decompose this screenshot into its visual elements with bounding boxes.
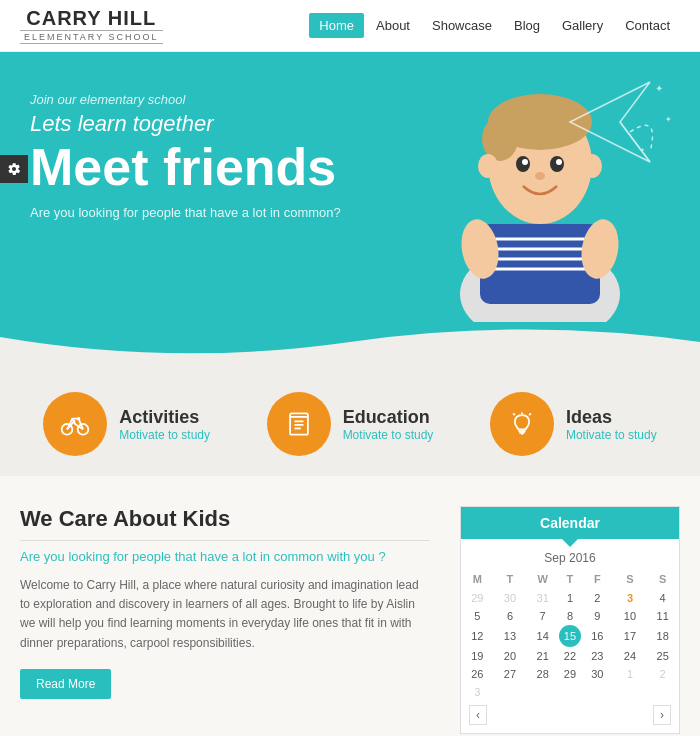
svg-text:✦: ✦: [655, 83, 663, 94]
header: CARRY HILL ELEMENTARY SCHOOL Home About …: [0, 0, 700, 52]
svg-point-21: [478, 154, 498, 178]
activities-text: Activities Motivate to study: [119, 407, 210, 442]
feature-activities: Activities Motivate to study: [43, 392, 210, 456]
cal-cell[interactable]: 29: [461, 589, 494, 607]
cal-cell[interactable]: 3: [461, 683, 494, 701]
hero-sub-text: Lets learn together: [30, 111, 410, 137]
cal-cell[interactable]: 28: [526, 665, 559, 683]
hero-content: Join our elementary school Lets learn to…: [30, 92, 410, 220]
cal-cell[interactable]: 30: [494, 589, 527, 607]
cal-day-w: W: [526, 569, 559, 589]
content-heading: We Care About Kids: [20, 506, 430, 541]
cal-day-f: F: [581, 569, 614, 589]
logo-subtitle: ELEMENTARY SCHOOL: [20, 30, 163, 44]
activities-subtitle: Motivate to study: [119, 428, 210, 442]
feature-ideas: Ideas Motivate to study: [490, 392, 657, 456]
cal-week-4: 19 20 21 22 23 24 25: [461, 647, 679, 665]
cal-cell[interactable]: 12: [461, 625, 494, 647]
cal-cell[interactable]: 1: [614, 665, 647, 683]
cal-cell[interactable]: 30: [581, 665, 614, 683]
cal-cell[interactable]: 11: [646, 607, 679, 625]
wave-divider: [0, 322, 700, 362]
main-nav: Home About Showcase Blog Gallery Contact: [309, 13, 680, 38]
svg-line-36: [513, 413, 515, 415]
nav-contact[interactable]: Contact: [615, 13, 680, 38]
cal-week-3: 12 13 14 15 16 17 18: [461, 625, 679, 647]
cal-cell[interactable]: 23: [581, 647, 614, 665]
svg-text:✦: ✦: [640, 147, 645, 153]
cal-cell[interactable]: 7: [526, 607, 559, 625]
cal-cell[interactable]: 9: [581, 607, 614, 625]
svg-text:✦: ✦: [665, 115, 672, 124]
cal-cell[interactable]: 2: [581, 589, 614, 607]
cal-cell[interactable]: 3: [614, 589, 647, 607]
cal-cell[interactable]: 29: [559, 665, 581, 683]
cal-cell[interactable]: 6: [494, 607, 527, 625]
cal-cell[interactable]: 25: [646, 647, 679, 665]
cal-week-1: 29 30 31 1 2 3 4: [461, 589, 679, 607]
nav-home[interactable]: Home: [309, 13, 364, 38]
content-section: We Care About Kids Are you looking for p…: [0, 476, 700, 736]
cal-cell[interactable]: 10: [614, 607, 647, 625]
nav-blog[interactable]: Blog: [504, 13, 550, 38]
svg-line-1: [620, 122, 650, 162]
calendar-prev-button[interactable]: ‹: [469, 705, 487, 725]
hero-doodle: ✦ ✦ ✦: [560, 72, 680, 176]
svg-point-25: [77, 417, 81, 421]
cal-cell[interactable]: 21: [526, 647, 559, 665]
hero-title: Meet friends: [30, 141, 410, 193]
education-text: Education Motivate to study: [343, 407, 434, 442]
logo: CARRY HILL ELEMENTARY SCHOOL: [20, 7, 163, 44]
cal-cell-today[interactable]: 15: [559, 625, 581, 647]
hero-description: Are you looking for people that have a l…: [30, 205, 410, 220]
cal-day-m: M: [461, 569, 494, 589]
cal-cell[interactable]: 19: [461, 647, 494, 665]
education-subtitle: Motivate to study: [343, 428, 434, 442]
cal-cell[interactable]: 17: [614, 625, 647, 647]
cal-cell[interactable]: 2: [646, 665, 679, 683]
cal-day-t2: T: [559, 569, 581, 589]
cal-cell[interactable]: 31: [526, 589, 559, 607]
nav-about[interactable]: About: [366, 13, 420, 38]
ideas-subtitle: Motivate to study: [566, 428, 657, 442]
features-section: Activities Motivate to study Education M…: [0, 362, 700, 476]
cal-cell[interactable]: 20: [494, 647, 527, 665]
cal-cell[interactable]: 5: [461, 607, 494, 625]
hero-join-text: Join our elementary school: [30, 92, 410, 107]
content-body: Welcome to Carry Hill, a place where nat…: [20, 576, 430, 653]
cal-cell[interactable]: 26: [461, 665, 494, 683]
cal-cell[interactable]: 1: [559, 589, 581, 607]
calendar-widget: Calendar Sep 2016 M T W T F S S: [460, 506, 680, 734]
cal-cell[interactable]: 18: [646, 625, 679, 647]
cal-day-s: S: [614, 569, 647, 589]
svg-point-20: [535, 172, 545, 180]
calendar-table: M T W T F S S 29 30 31 1 2: [461, 569, 679, 701]
cal-cell[interactable]: 24: [614, 647, 647, 665]
cal-day-s2: S: [646, 569, 679, 589]
cal-cell[interactable]: 16: [581, 625, 614, 647]
cal-cell[interactable]: 13: [494, 625, 527, 647]
nav-gallery[interactable]: Gallery: [552, 13, 613, 38]
cal-cell[interactable]: 8: [559, 607, 581, 625]
svg-rect-6: [480, 224, 600, 304]
ideas-icon-circle: [490, 392, 554, 456]
cal-cell[interactable]: 27: [494, 665, 527, 683]
cal-day-t: T: [494, 569, 527, 589]
features-grid: Activities Motivate to study Education M…: [20, 392, 680, 456]
cal-cell[interactable]: 4: [646, 589, 679, 607]
cal-cell[interactable]: 14: [526, 625, 559, 647]
feature-education: Education Motivate to study: [267, 392, 434, 456]
cal-cell[interactable]: 22: [559, 647, 581, 665]
content-question: Are you looking for people that have a l…: [20, 549, 430, 564]
cal-week-2: 5 6 7 8 9 10 11: [461, 607, 679, 625]
svg-marker-0: [570, 82, 650, 162]
nav-showcase[interactable]: Showcase: [422, 13, 502, 38]
cal-week-5: 26 27 28 29 30 1 2: [461, 665, 679, 683]
cal-week-6: 3: [461, 683, 679, 701]
activities-icon-circle: [43, 392, 107, 456]
activities-title: Activities: [119, 407, 210, 428]
calendar-next-button[interactable]: ›: [653, 705, 671, 725]
read-more-button[interactable]: Read More: [20, 669, 111, 699]
settings-button[interactable]: [0, 155, 28, 183]
education-icon-circle: [267, 392, 331, 456]
